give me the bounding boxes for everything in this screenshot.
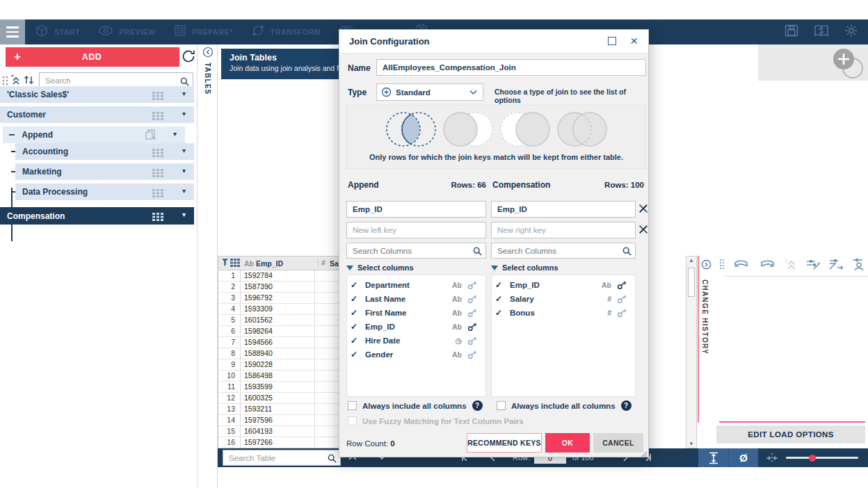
column-row[interactable]: ✓ Emp_ID Ab bbox=[347, 320, 485, 334]
slashed-pencil-icon[interactable] bbox=[638, 225, 648, 237]
table-row[interactable]: 16 1597266 bbox=[218, 437, 340, 448]
key-icon[interactable] bbox=[467, 308, 477, 320]
table-row[interactable]: 5 1601562 bbox=[218, 315, 340, 326]
scroll-down-icon[interactable]: ▼ bbox=[689, 441, 694, 447]
edit-load-options-button[interactable]: EDIT LOAD OPTIONS bbox=[716, 425, 865, 444]
table-row[interactable]: 4 1593309 bbox=[218, 304, 340, 315]
tab-transform[interactable]: TRANSFORM bbox=[251, 24, 321, 40]
slashed-pencil-icon[interactable] bbox=[638, 204, 648, 216]
left-key-input[interactable] bbox=[346, 201, 486, 218]
column-header-salary[interactable]: Sa bbox=[330, 259, 339, 268]
table-row[interactable]: 11 1593599 bbox=[218, 382, 340, 393]
column-row[interactable]: ✓ Emp_ID Ab bbox=[492, 278, 635, 292]
join-type-left-option[interactable] bbox=[441, 110, 495, 152]
chevron-down-icon[interactable]: ▾ bbox=[182, 167, 186, 174]
key-icon[interactable] bbox=[467, 294, 477, 307]
ok-button[interactable]: OK bbox=[545, 433, 590, 453]
redo-icon[interactable] bbox=[758, 258, 776, 273]
maximize-icon[interactable] bbox=[608, 37, 616, 45]
right-key-input[interactable] bbox=[491, 201, 636, 218]
left-select-columns-header[interactable]: Select columns bbox=[346, 263, 414, 272]
table-row[interactable]: 1 1592784 bbox=[218, 270, 340, 282]
column-check-icon[interactable]: ✓ bbox=[347, 280, 361, 290]
column-row[interactable]: ✓ Department Ab bbox=[347, 278, 485, 292]
sidebar-item-data-processing[interactable]: Data Processing ▾ bbox=[15, 184, 194, 200]
tab-start[interactable]: START bbox=[35, 24, 80, 40]
sidebar-item-marketing[interactable]: Marketing ▾ bbox=[15, 163, 194, 180]
column-row[interactable]: ✓ Salary # bbox=[492, 292, 635, 306]
zoom-slider[interactable] bbox=[786, 457, 858, 459]
key-icon[interactable] bbox=[617, 308, 627, 320]
join-name-input[interactable] bbox=[376, 59, 646, 76]
undo-icon[interactable] bbox=[732, 258, 750, 273]
new-right-key-input[interactable] bbox=[491, 222, 636, 238]
column-header-emp-id[interactable]: Emp_ID bbox=[256, 259, 283, 268]
chevron-down-icon[interactable]: ▾ bbox=[173, 130, 177, 138]
sidebar-item-append[interactable]: − Append ▾ bbox=[3, 127, 185, 143]
column-row[interactable]: ✓ Gender Ab bbox=[347, 348, 485, 361]
column-row[interactable]: ✓ First Name Ab bbox=[347, 306, 485, 320]
table-search-input[interactable] bbox=[223, 450, 340, 465]
sidebar-item-compensation[interactable]: Compensation ▾ bbox=[0, 207, 194, 225]
join-type-inner-option[interactable] bbox=[384, 110, 438, 152]
new-left-key-input[interactable] bbox=[346, 222, 486, 238]
table-row[interactable]: 10 1586498 bbox=[218, 371, 340, 382]
table-row[interactable]: 7 1594566 bbox=[218, 337, 340, 348]
zoom-slider-thumb[interactable] bbox=[809, 455, 816, 462]
tab-prepare[interactable]: PREPARE* bbox=[174, 24, 233, 40]
resize-grip-icon[interactable] bbox=[641, 448, 648, 461]
table-row[interactable]: 12 1600325 bbox=[218, 393, 340, 404]
collapse-minus-icon[interactable]: − bbox=[8, 129, 15, 141]
library-sync-icon[interactable] bbox=[814, 24, 829, 40]
help-icon[interactable]: ? bbox=[472, 400, 483, 411]
table-row[interactable]: 8 1588940 bbox=[218, 348, 340, 359]
settings-gear-icon[interactable] bbox=[844, 24, 858, 40]
table-row[interactable]: 3 1596792 bbox=[218, 293, 340, 304]
recommend-keys-button[interactable]: RECOMMEND KEYS bbox=[467, 433, 542, 453]
key-icon[interactable] bbox=[467, 350, 477, 362]
join-type-full-option[interactable] bbox=[555, 110, 609, 152]
scrollbar-thumb[interactable] bbox=[688, 268, 695, 297]
cancel-button[interactable]: CANCEL bbox=[593, 433, 643, 453]
vertical-scrollbar[interactable]: ▲ ▼ bbox=[686, 256, 697, 448]
column-check-icon[interactable]: ✓ bbox=[492, 294, 506, 304]
apply-steps-icon[interactable] bbox=[828, 258, 844, 273]
dialog-titlebar[interactable]: Join Configuration × bbox=[339, 30, 648, 54]
collapse-columns-icon[interactable] bbox=[766, 453, 778, 466]
key-icon[interactable] bbox=[617, 280, 627, 293]
checkbox[interactable] bbox=[497, 401, 506, 410]
key-icon[interactable] bbox=[467, 322, 477, 334]
table-row[interactable]: 9 1590228 bbox=[218, 359, 340, 371]
collapse-panel-icon[interactable] bbox=[701, 259, 712, 273]
left-columns-search-input[interactable] bbox=[347, 243, 485, 258]
chevron-down-icon[interactable]: ▾ bbox=[182, 187, 186, 195]
tables-tab-label[interactable]: TABLES bbox=[204, 63, 211, 95]
hamburger-menu-button[interactable] bbox=[0, 19, 25, 44]
chevron-down-icon[interactable]: ▾ bbox=[182, 147, 186, 154]
filter-grid-icon[interactable] bbox=[222, 259, 240, 269]
column-check-icon[interactable]: ✓ bbox=[347, 336, 361, 345]
table-row[interactable]: 6 1598264 bbox=[218, 326, 340, 337]
change-history-title[interactable]: CHANGE HISTORY bbox=[701, 279, 709, 355]
join-type-right-option[interactable] bbox=[498, 110, 552, 152]
column-check-icon[interactable]: ✓ bbox=[492, 308, 506, 318]
sidebar-item-classic-sales[interactable]: 'Classic Sales$' ▾ bbox=[0, 86, 194, 103]
column-check-icon[interactable]: ✓ bbox=[347, 322, 361, 332]
close-icon[interactable]: × bbox=[630, 33, 638, 49]
collapse-panel-icon[interactable] bbox=[202, 47, 214, 60]
join-type-dropdown[interactable]: Standard bbox=[376, 83, 483, 101]
add-join-icon[interactable] bbox=[831, 47, 863, 79]
chevron-down-icon[interactable]: ▾ bbox=[182, 110, 186, 117]
column-row[interactable]: ✓ Last Name Ab bbox=[347, 292, 485, 306]
help-icon[interactable]: ? bbox=[621, 400, 632, 411]
refresh-icon[interactable] bbox=[181, 49, 196, 67]
chevron-down-icon[interactable]: ▾ bbox=[182, 211, 186, 218]
key-icon[interactable] bbox=[617, 294, 627, 307]
table-row[interactable]: 2 1587390 bbox=[218, 282, 340, 293]
sidebar-item-accounting[interactable]: Accounting ▾ bbox=[15, 143, 194, 160]
table-row[interactable]: 14 1597596 bbox=[218, 415, 340, 426]
checkbox[interactable] bbox=[348, 401, 357, 410]
column-check-icon[interactable]: ✓ bbox=[347, 294, 361, 304]
key-icon[interactable] bbox=[467, 280, 477, 293]
table-row[interactable]: 13 1593211 bbox=[218, 404, 340, 415]
